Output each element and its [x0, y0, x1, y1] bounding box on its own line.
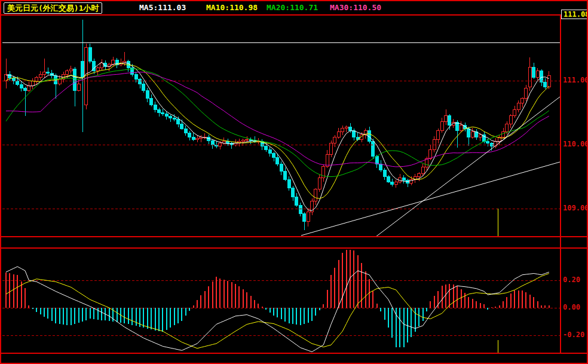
- price-axis-line: [560, 16, 561, 353]
- ma30-value-label: MA30:110.50: [330, 3, 381, 12]
- macd-axis-label: 0.20: [563, 276, 580, 284]
- ma5-value-label: MA5:111.03: [139, 3, 186, 12]
- price-axis-label: 111.00: [563, 76, 588, 84]
- macd-plot[interactable]: [2, 249, 560, 353]
- instrument-title[interactable]: 美元日元(外汇交易)1小时: [4, 2, 102, 14]
- macd-axis-label: 0.00: [563, 303, 580, 311]
- chart-window: 美元日元(外汇交易)1小时 MA5:111.03 MA10:110.98 MA2…: [0, 0, 588, 364]
- price-axis-label: 109.00: [563, 204, 588, 212]
- top-info-bar: 美元日元(外汇交易)1小时 MA5:111.03 MA10:110.98 MA2…: [1, 1, 587, 14]
- macd-header-bar: MACD(12,26,10) DIFF:0.26 DEA:0.26 0.00: [1, 237, 587, 247]
- ma20-value-label: MA20:110.71: [267, 3, 318, 12]
- main-chart-plot[interactable]: [2, 16, 560, 236]
- macd-axis-label: -0.20: [563, 331, 584, 339]
- date-axis: 06/0406/0506/0706/0806/0906/1006/1106/14: [1, 354, 587, 364]
- ma10-value-label: MA10:110.98: [206, 3, 258, 12]
- price-axis-label: 110.00: [563, 140, 588, 148]
- last-price-box: 111.08: [561, 10, 588, 19]
